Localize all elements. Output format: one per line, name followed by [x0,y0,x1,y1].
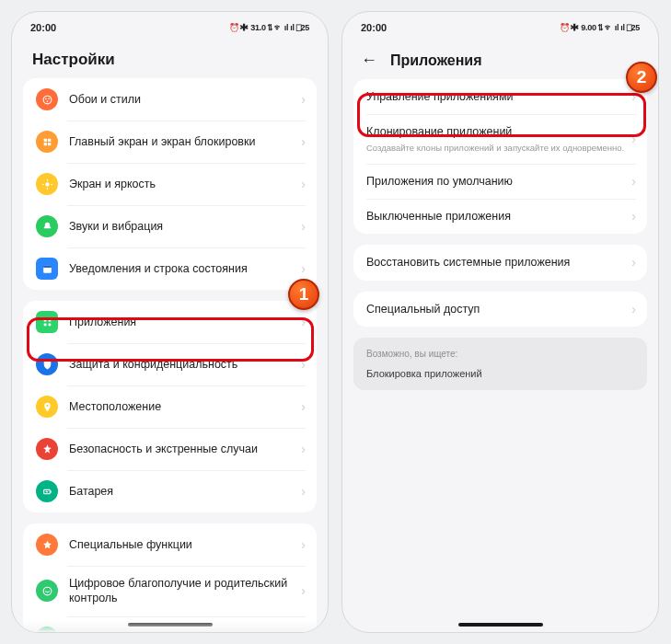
screen1-content[interactable]: Обои и стили›Главный экран и экран блоки… [12,78,328,632]
svg-point-0 [43,96,52,104]
settings-row-shield[interactable]: Защита и конфиденциальность› [23,343,317,385]
settings-row-grid[interactable]: Приложения› [23,301,317,343]
bell-icon [36,215,58,237]
emergency-icon [36,438,58,460]
gear-icon [36,627,58,633]
chevron-right-icon: › [301,357,306,372]
settings-row-wallpaper[interactable]: Обои и стили› [23,78,317,121]
home-indicator[interactable] [458,623,543,627]
svg-rect-18 [48,323,51,326]
shield-icon [36,353,58,375]
row-label: Специальный доступ [366,302,631,316]
status-indicators: ⏰ ✱ 31.0 ⇅ ᯤ ıl ıl ⎕25 [229,23,309,32]
settings-row-home[interactable]: Главный экран и экран блокировки› [23,121,317,163]
chevron-right-icon: › [631,209,636,224]
page-title: Настройки [32,51,307,69]
screen1-header: Настройки [12,38,328,78]
chevron-right-icon: › [301,537,306,552]
row-label: Клонирование приложений [366,124,631,139]
row-label: Безопасность и экстренные случаи [69,442,301,456]
svg-point-3 [46,100,48,102]
chevron-right-icon: › [301,484,306,499]
screen2-content[interactable]: Управление приложениями›Клонирование при… [342,79,658,632]
chevron-right-icon: › [301,177,306,191]
chevron-right-icon: › [301,630,306,633]
chevron-right-icon: › [631,174,636,189]
apps-row[interactable]: Специальный доступ› [353,292,647,327]
svg-point-2 [48,98,50,99]
row-label: Цифровое благополучие и родительский кон… [69,576,301,606]
svg-rect-15 [43,318,46,321]
row-label: Выключенные приложения [366,209,631,224]
chevron-right-icon: › [301,92,306,107]
settings-group: Приложения›Защита и конфиденциальность›М… [23,301,317,512]
wallpaper-icon [36,88,58,110]
apps-row[interactable]: Восстановить системные приложения› [353,245,647,280]
row-label: Управление приложениями [366,89,631,104]
svg-rect-17 [43,323,46,326]
chevron-right-icon: › [631,132,636,146]
chevron-right-icon: › [301,219,306,234]
settings-row-battery[interactable]: Батарея› [23,470,317,512]
chevron-right-icon: › [301,261,306,276]
home-icon [36,131,58,153]
chevron-right-icon: › [301,134,306,149]
svg-rect-14 [43,265,52,267]
apps-row[interactable]: Клонирование приложенийСоздавайте клоны … [353,114,647,164]
apps-row[interactable]: Выключенные приложения› [353,199,647,234]
marker-2: 2 [626,62,657,93]
chevron-right-icon: › [301,583,306,598]
row-label: Экран и яркость [69,177,301,191]
settings-group: Специальные функции›Цифровое благополучи… [23,523,317,632]
hint-title: Возможно, вы ищете: [366,349,634,359]
settings-group: Обои и стили›Главный экран и экран блоки… [23,78,317,290]
row-label: Приложения [69,315,301,329]
row-label: Приложения по умолчанию [366,174,631,189]
settings-row-emergency[interactable]: Безопасность и экстренные случаи› [23,428,317,470]
row-sublabel: Создавайте клоны приложений и запускайте… [366,143,631,154]
phone-right: 20:00 ⏰ ✱ 9.00 ⇅ ᯤ ıl ıl ⎕25 ← Приложени… [341,11,659,633]
chevron-right-icon: › [301,315,306,329]
hint-item[interactable]: Блокировка приложений [366,368,634,379]
settings-row-pin[interactable]: Местоположение› [23,385,317,428]
screen2-header: ← Приложения [342,38,658,79]
settings-row-wellbeing[interactable]: Цифровое благополучие и родительский кон… [23,566,317,616]
row-label: Звуки и вибрация [69,219,301,234]
home-indicator[interactable] [128,623,213,627]
sun-icon [36,173,58,195]
status-bar: 20:00 ⏰ ✱ 9.00 ⇅ ᯤ ıl ıl ⎕25 [342,12,658,38]
chevron-right-icon: › [301,442,306,456]
row-label: Главный экран и экран блокировки [69,134,301,149]
row-label: Обои и стили [69,92,301,107]
row-label: Батарея [69,484,301,499]
row-label: Специальные функции [69,537,301,552]
status-time: 20:00 [30,22,56,33]
apps-group: Специальный доступ› [353,292,647,327]
apps-row[interactable]: Управление приложениями› [353,79,647,114]
svg-point-22 [43,587,52,595]
row-label: Защита и конфиденциальность [69,357,301,372]
back-icon[interactable]: ← [361,51,377,70]
calendar-icon [36,258,58,280]
status-time: 20:00 [361,22,387,33]
chevron-right-icon: › [301,399,306,414]
chevron-right-icon: › [631,302,636,316]
chevron-right-icon: › [631,255,636,270]
settings-row-calendar[interactable]: Уведомления и строка состояния› [23,247,317,290]
apps-group: Восстановить системные приложения› [353,245,647,280]
svg-rect-7 [48,143,51,145]
status-bar: 20:00 ⏰ ✱ 31.0 ⇅ ᯤ ıl ıl ⎕25 [12,12,328,38]
status-indicators: ⏰ ✱ 9.00 ⇅ ᯤ ıl ıl ⎕25 [560,23,640,32]
svg-rect-21 [50,490,51,492]
settings-row-bell[interactable]: Звуки и вибрация› [23,205,317,247]
settings-row-star[interactable]: Специальные функции› [23,523,317,566]
battery-icon [36,480,58,502]
apps-row[interactable]: Приложения по умолчанию› [353,164,647,199]
svg-point-19 [46,404,48,406]
settings-row-sun[interactable]: Экран и яркость› [23,163,317,205]
star-icon [36,534,58,556]
svg-rect-5 [48,138,51,141]
hint-card: Возможно, вы ищете: Блокировка приложени… [353,338,647,390]
grid-icon [36,311,58,333]
svg-rect-6 [43,143,46,145]
